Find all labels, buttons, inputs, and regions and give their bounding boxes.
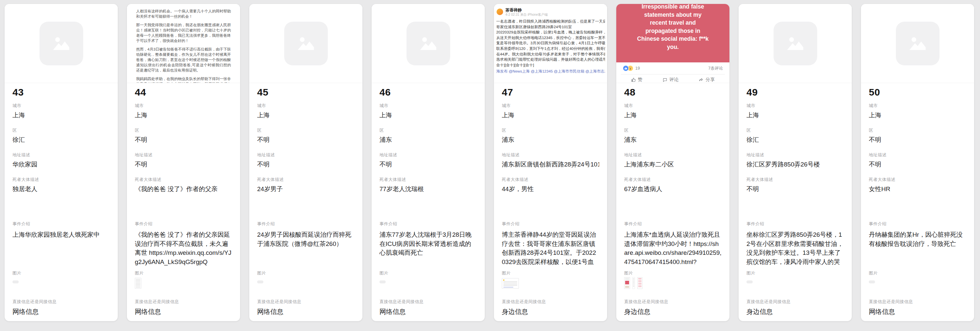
city-value: 上海 <box>135 111 232 120</box>
comment-count[interactable]: 7条评论 <box>708 66 723 71</box>
weibo-text-line: 一名志愿者，昨日我投入路浦西核酸检测的队伍，但是累了一天后晚上接 <box>496 19 605 24</box>
action-label: 赞 <box>638 77 643 83</box>
card-number: 43 <box>13 87 24 98</box>
city-label: 城市 <box>624 103 722 109</box>
direct-label: 直接信息还是间接信息 <box>13 299 110 305</box>
weibo-text-line: 复是等待领导批示。3月30日因为病情引起心衰，4月1日上午呼吸不畅， <box>496 40 605 46</box>
screenshot-thumbnail[interactable] <box>632 277 635 289</box>
card-cover-image: Irresponsible and falsestatements about … <box>616 4 729 83</box>
facebook-status-line: you. <box>616 43 729 51</box>
city-value: 上海 <box>502 111 599 120</box>
city-value: 上海 <box>624 111 722 120</box>
empty-image-pill <box>257 280 263 283</box>
weibo-text-line: 哥家住浦东新区唐镇创新西路28弄24号101室 <box>496 24 605 30</box>
image-label: 图片 <box>869 270 966 276</box>
case-card[interactable]: Irresponsible and falsestatements about … <box>616 4 729 321</box>
deceased-value: 不明 <box>746 185 844 193</box>
image-label: 图片 <box>379 270 477 276</box>
card-cover-image <box>738 4 852 83</box>
district-value: 徐汇 <box>13 136 110 144</box>
event-value: 浦东77岁老人沈瑞根于3月28日晚在ICU病房因长期末肾透析造成的心肌衰竭而死亡 <box>379 230 477 257</box>
case-card[interactable]: 50 城市 上海 区 不明 地址描述 不明 死者大体描述 女性HR 事件介绍 丹… <box>861 4 974 321</box>
direct-value: 网络信息 <box>135 307 232 316</box>
card-number: 44 <box>135 87 146 98</box>
city-label: 城市 <box>379 103 477 109</box>
image-placeholder <box>406 22 450 66</box>
event-label: 事件介绍 <box>257 221 355 227</box>
photo-placeholder-icon <box>784 33 806 54</box>
image-label: 图片 <box>624 270 722 276</box>
district-label: 区 <box>502 127 599 133</box>
image-thumbnails[interactable] <box>13 277 110 293</box>
direct-value: 身边信息 <box>624 307 722 316</box>
deceased-label: 死者大体描述 <box>135 177 232 182</box>
direct-label: 直接信息还是间接信息 <box>869 299 966 305</box>
case-card[interactable]: 46 城市 上海 区 浦东 地址描述 不明 死者大体描述 77岁老人沈瑞根 事件… <box>372 4 485 321</box>
share-button[interactable]: 分享 <box>698 77 715 83</box>
thumbs-up-reaction-icon <box>623 66 629 71</box>
case-card[interactable]: 43 城市 上海 区 徐汇 地址描述 华欣家园 死者大体描述 独居老人 事件介绍… <box>5 4 118 321</box>
case-card[interactable]: 49 城市 上海 区 徐汇 地址描述 徐汇区罗秀路850弄26号楼 死者大体描述… <box>738 4 852 321</box>
city-value: 上海 <box>869 111 966 120</box>
like-button[interactable]: 赞 <box>631 77 643 83</box>
card-number: 49 <box>746 87 757 98</box>
city-label: 城市 <box>869 103 966 109</box>
article-paragraph: 那一天我觉得我们是幸运的，我还在朋友圈里感谢人民群众！感谢互联！当时我的小区已被… <box>136 22 231 43</box>
image-thumbnails[interactable] <box>624 277 722 293</box>
district-label: 区 <box>379 127 477 133</box>
article-paragraph: 然而，4月3日被告知爸爸不得不进行高位截肢，由于下肢动脉硬化，整条腿要截去，作为… <box>136 46 231 73</box>
direct-value: 身边信息 <box>746 307 844 316</box>
case-card[interactable]: 茶香禅静 4-2 02:31 来自 iPhone客户端 一名志愿者，昨日我投入路… <box>494 4 607 321</box>
image-label: 图片 <box>746 270 844 276</box>
image-placeholder <box>896 22 939 66</box>
deceased-value: 独居老人 <box>13 185 110 193</box>
address-value: 浦东新区唐镇创新西路28弄24号101室 <box>502 160 599 169</box>
weibo-mention-links: 海发布 @News上海 @上海12345 @上海市市民信箱 @上海市志愿者协会 <box>496 68 605 74</box>
weibo-text-line: 合十][合十][合十][合十] <box>496 62 605 68</box>
facebook-status-line: propagated those in <box>616 27 729 35</box>
facebook-actions-row: 赞评论分享 <box>621 74 725 83</box>
district-value: 不明 <box>869 136 966 144</box>
event-label: 事件介绍 <box>746 221 844 227</box>
district-label: 区 <box>746 127 844 133</box>
image-placeholder <box>39 22 83 66</box>
address-value: 徐汇区罗秀路850弄26号楼 <box>746 160 844 169</box>
image-thumbnails[interactable] <box>502 277 599 293</box>
card-number: 48 <box>624 87 635 98</box>
address-label: 地址描述 <box>624 152 722 158</box>
deceased-label: 死者大体描述 <box>257 177 355 182</box>
address-value: 上海浦东寿二小区 <box>624 160 722 169</box>
comment-button[interactable]: 评论 <box>662 77 679 83</box>
screenshot-thumbnail[interactable] <box>502 278 519 289</box>
weibo-post-meta: 4-2 02:31 来自 iPhone客户端 <box>506 13 548 17</box>
screenshot-thumbnail[interactable] <box>637 277 643 289</box>
city-value: 上海 <box>13 111 110 120</box>
image-thumbnails[interactable] <box>746 277 844 293</box>
empty-image-pill <box>746 280 753 283</box>
document-thumbnail[interactable] <box>135 278 142 289</box>
event-value: 丹纳赫集团的某Hr，因心脏猝死没有核酸报告耽误治疗，导致死亡 <box>869 230 966 248</box>
card-cover-image: 人都没有这样的机会。一个病人需要几十个人的同时帮助和关怀才有可能获得一丝的机会！… <box>127 4 240 83</box>
image-thumbnails[interactable] <box>869 277 966 293</box>
screenshot-thumbnail[interactable] <box>624 277 630 289</box>
case-card[interactable]: 45 城市 上海 区 不明 地址描述 不明 死者大体描述 24岁男子 事件介绍 … <box>249 4 363 321</box>
address-value: 华欣家园 <box>13 160 110 169</box>
direct-label: 直接信息还是间接信息 <box>135 299 232 305</box>
image-thumbnails[interactable] <box>257 277 355 293</box>
empty-image-pill <box>379 280 386 283</box>
facebook-status-background: Irresponsible and falsestatements about … <box>616 4 729 62</box>
direct-label: 直接信息还是间接信息 <box>746 299 844 305</box>
facebook-reactions-row: 19 7条评论 <box>616 62 729 74</box>
city-label: 城市 <box>746 103 844 109</box>
direct-value: 网络信息 <box>379 307 477 316</box>
case-card[interactable]: 人都没有这样的机会。一个病人需要几十个人的同时帮助和关怀才有可能获得一丝的机会！… <box>127 4 240 321</box>
image-thumbnails[interactable] <box>379 277 477 293</box>
event-label: 事件介绍 <box>379 221 477 227</box>
facebook-status-line: Chinese social media: f**k <box>616 35 729 43</box>
city-label: 城市 <box>135 103 232 109</box>
image-thumbnails[interactable] <box>135 277 232 293</box>
district-value: 浦东 <box>379 136 477 144</box>
address-value: 不明 <box>379 160 477 169</box>
event-label: 事件介绍 <box>502 221 599 227</box>
photo-placeholder-icon <box>417 33 439 54</box>
